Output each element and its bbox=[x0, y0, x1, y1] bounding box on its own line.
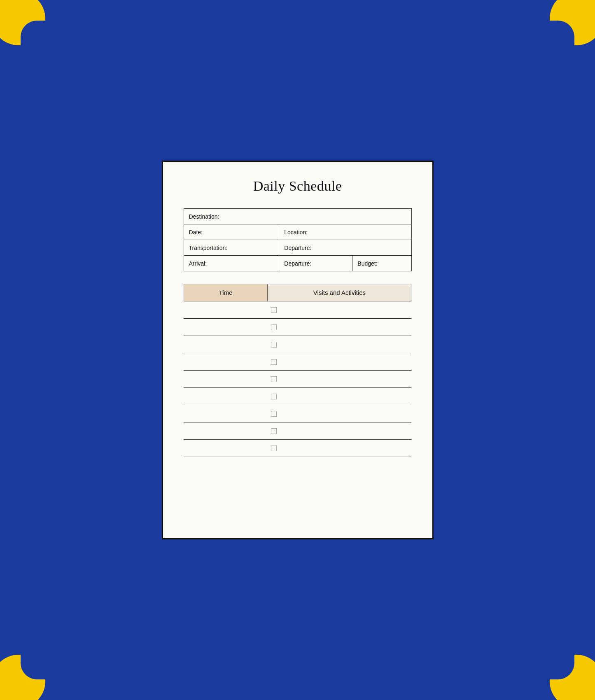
activity-cell bbox=[268, 353, 411, 371]
table-row bbox=[184, 388, 412, 405]
time-cell bbox=[184, 405, 268, 422]
date-field: Date: bbox=[184, 224, 279, 240]
checkbox-icon[interactable] bbox=[271, 342, 277, 348]
checkbox-icon[interactable] bbox=[271, 411, 277, 417]
table-row bbox=[184, 440, 412, 457]
activity-cell bbox=[268, 405, 411, 422]
checkbox-icon[interactable] bbox=[271, 307, 277, 313]
document-page: Daily Schedule Destination: Date: Locati… bbox=[162, 161, 434, 539]
checkbox-icon[interactable] bbox=[271, 428, 277, 434]
activity-cell bbox=[268, 301, 411, 319]
schedule-rows bbox=[184, 301, 412, 457]
table-row bbox=[184, 422, 412, 440]
time-cell bbox=[184, 440, 268, 457]
corner-decoration-tl bbox=[0, 0, 45, 45]
transportation-field: Transportation: bbox=[184, 240, 279, 256]
table-row bbox=[184, 319, 412, 336]
table-row bbox=[184, 405, 412, 422]
time-column-header: Time bbox=[184, 284, 268, 301]
time-cell bbox=[184, 301, 268, 319]
departure-field: Departure: bbox=[279, 240, 411, 256]
corner-decoration-tr bbox=[550, 0, 595, 45]
table-row bbox=[184, 301, 412, 319]
activity-cell bbox=[268, 371, 411, 388]
activity-cell bbox=[268, 388, 411, 405]
time-cell bbox=[184, 336, 268, 353]
budget-field: Budget: bbox=[352, 256, 411, 271]
schedule-header: Time Visits and Activities bbox=[184, 284, 412, 301]
table-row bbox=[184, 353, 412, 371]
corner-decoration-br bbox=[550, 655, 595, 700]
table-row bbox=[184, 371, 412, 388]
time-cell bbox=[184, 353, 268, 371]
checkbox-icon[interactable] bbox=[271, 394, 277, 399]
table-row bbox=[184, 336, 412, 353]
time-cell bbox=[184, 319, 268, 336]
checkbox-icon[interactable] bbox=[271, 446, 277, 451]
time-cell bbox=[184, 422, 268, 440]
page-title: Daily Schedule bbox=[184, 178, 412, 194]
checkbox-icon[interactable] bbox=[271, 324, 277, 330]
time-cell bbox=[184, 371, 268, 388]
activity-cell bbox=[268, 440, 411, 457]
destination-field: Destination: bbox=[184, 209, 411, 224]
checkbox-icon[interactable] bbox=[271, 359, 277, 365]
corner-decoration-bl bbox=[0, 655, 45, 700]
activity-cell bbox=[268, 422, 411, 440]
arrival-field: Arrival: bbox=[184, 256, 279, 271]
checkbox-icon[interactable] bbox=[271, 376, 277, 382]
departure2-field: Departure: bbox=[279, 256, 352, 271]
location-field: Location: bbox=[279, 224, 411, 240]
time-cell bbox=[184, 388, 268, 405]
info-table: Destination: Date: Location: Transportat… bbox=[184, 208, 412, 271]
schedule-section: Time Visits and Activities bbox=[184, 284, 412, 457]
activities-column-header: Visits and Activities bbox=[268, 284, 411, 301]
activity-cell bbox=[268, 336, 411, 353]
activity-cell bbox=[268, 319, 411, 336]
